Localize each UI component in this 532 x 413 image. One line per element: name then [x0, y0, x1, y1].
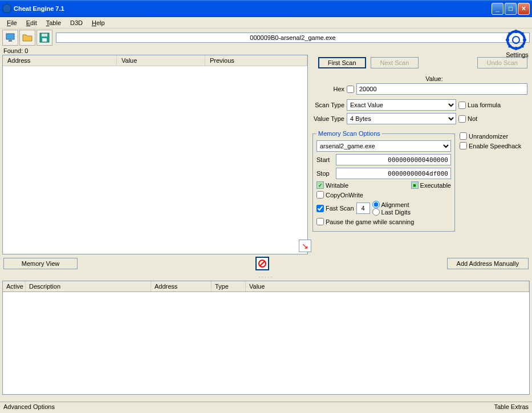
close-button[interactable]: ×: [518, 3, 530, 15]
speedhack-checkbox[interactable]: [460, 142, 467, 149]
pause-checkbox[interactable]: [316, 218, 324, 225]
table-header: Active Description Address Type Value: [3, 281, 529, 292]
window-title: Cheat Engine 7.1: [14, 5, 492, 12]
process-name-bar: 000009B0-arsenal2_game.exe: [56, 33, 530, 43]
menu-d3d[interactable]: D3D: [66, 18, 87, 27]
fastscan-checkbox[interactable]: [316, 205, 324, 212]
value-type-select[interactable]: 4 Bytes: [347, 113, 456, 124]
add-to-table-button[interactable]: ↘: [299, 240, 311, 252]
scan-type-select[interactable]: Exact Value: [347, 99, 456, 111]
maximize-button[interactable]: □: [505, 3, 517, 15]
menu-edit[interactable]: Edit: [22, 18, 42, 27]
results-header: Address Value Previous: [3, 55, 307, 66]
cow-checkbox[interactable]: [316, 191, 324, 199]
floppy-disk-icon: [39, 32, 50, 43]
start-label: Start: [316, 156, 334, 163]
col-active[interactable]: Active: [3, 281, 26, 291]
col-value[interactable]: Value: [117, 55, 205, 66]
svg-rect-1: [9, 40, 12, 42]
stop-address-input[interactable]: [336, 168, 451, 179]
settings-label: Settings: [505, 51, 530, 58]
hex-checkbox[interactable]: [347, 86, 354, 93]
valuetype-label: Value Type: [312, 115, 344, 122]
folder-open-icon: [22, 32, 33, 43]
col-table-value[interactable]: Value: [246, 281, 529, 291]
found-count: Found: 0: [0, 47, 532, 55]
lua-label: Lua formula: [468, 102, 501, 108]
lua-checkbox[interactable]: [458, 102, 466, 109]
col-type[interactable]: Type: [212, 281, 246, 291]
unrandomizer-checkbox[interactable]: [460, 132, 467, 140]
memory-view-button[interactable]: Memory View: [3, 258, 78, 269]
col-table-address[interactable]: Address: [151, 281, 212, 291]
col-previous[interactable]: Previous: [205, 55, 307, 66]
add-address-manually-button[interactable]: Add Address Manually: [447, 258, 529, 269]
undo-scan-button: Undo Scan: [477, 57, 527, 68]
scantype-label: Scan Type: [312, 102, 344, 108]
clear-button[interactable]: [255, 257, 269, 270]
app-icon: [2, 4, 11, 13]
col-description[interactable]: Description: [26, 281, 151, 291]
select-process-button[interactable]: [2, 30, 18, 46]
splitter[interactable]: ∙∙∙∙∙: [0, 273, 532, 281]
alignment-radio[interactable]: [372, 201, 380, 208]
table-extras-link[interactable]: Table Extras: [494, 403, 529, 412]
gear-icon: [505, 29, 527, 51]
svg-point-6: [513, 37, 519, 43]
title-bar: Cheat Engine 7.1 _ □ ×: [0, 0, 532, 17]
hex-label: Hex: [312, 86, 344, 92]
svg-rect-4: [42, 38, 47, 42]
status-bar: Advanced Options Table Extras: [0, 402, 532, 413]
minimize-button[interactable]: _: [492, 3, 503, 15]
process-select[interactable]: arsenal2_game.exe: [316, 140, 451, 152]
menu-bar: File Edit Table D3D Help: [0, 17, 532, 29]
memopts-legend: Memory Scan Options: [316, 130, 382, 137]
save-button[interactable]: [36, 30, 52, 46]
toolbar: 000009B0-arsenal2_game.exe: [0, 29, 532, 47]
next-scan-button: Next Scan: [371, 57, 419, 68]
menu-file[interactable]: File: [2, 18, 22, 27]
svg-rect-3: [42, 34, 47, 37]
no-entry-icon: [258, 259, 267, 268]
lastdigits-radio[interactable]: [372, 208, 380, 216]
writable-checkbox[interactable]: ✓Writable: [316, 181, 348, 189]
executable-checkbox[interactable]: ■Executable: [411, 181, 451, 189]
col-address[interactable]: Address: [3, 55, 117, 66]
not-label: Not: [468, 115, 477, 122]
address-table[interactable]: Active Description Address Type Value: [2, 281, 530, 395]
fastscan-value-input[interactable]: [356, 203, 370, 214]
value-label: Value:: [341, 75, 527, 82]
memory-scan-options: Memory Scan Options arsenal2_game.exe St…: [312, 130, 455, 232]
menu-table[interactable]: Table: [42, 18, 66, 27]
first-scan-button[interactable]: First Scan: [318, 57, 366, 68]
svg-line-16: [260, 261, 265, 266]
menu-help[interactable]: Help: [87, 18, 109, 27]
stop-label: Stop: [316, 170, 334, 177]
not-checkbox[interactable]: [458, 115, 466, 123]
scan-value-input[interactable]: [356, 83, 527, 95]
settings-area[interactable]: Settings: [505, 29, 530, 58]
start-address-input[interactable]: [336, 154, 451, 165]
open-button[interactable]: [19, 30, 35, 46]
svg-rect-0: [6, 34, 14, 39]
computer-icon: [5, 32, 16, 43]
scan-results-list[interactable]: Address Value Previous: [2, 55, 308, 254]
advanced-options-link[interactable]: Advanced Options: [3, 403, 55, 412]
